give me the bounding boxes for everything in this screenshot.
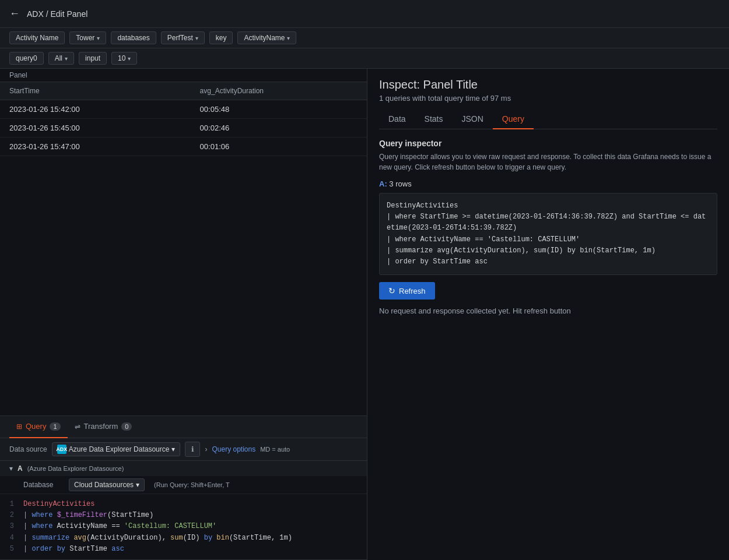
filter-chip-key[interactable]: key [209, 31, 233, 44]
chevron-down-icon: ▾ [287, 35, 290, 41]
filter-chip-all[interactable]: All ▾ [48, 52, 74, 65]
result-rows-count: 3 rows [389, 179, 411, 188]
code-line-5: 5 | order by StartTime asc [0, 544, 358, 555]
query-tab-icon: ⊞ [16, 422, 22, 431]
db-value: Cloud Datasources [74, 481, 134, 489]
filter-label: All [55, 54, 62, 62]
filter-chip-query0[interactable]: query0 [9, 52, 44, 65]
table-row: 2023-01-26 15:47:00 00:01:06 [0, 138, 367, 156]
cell-starttime: 2023-01-26 15:47:00 [0, 138, 191, 156]
chevron-down-icon: ▾ [65, 55, 68, 62]
code-line-4: 4 | summarize avg(ActivityDuration), sum… [0, 533, 358, 544]
tab-transform[interactable]: ⇌ Transform 0 [68, 416, 139, 438]
filter-label: ActivityName [244, 34, 285, 42]
query-section-label: A [17, 464, 23, 473]
filter-bar-row2: query0 All ▾ input 10 ▾ [0, 48, 729, 69]
data-table: StartTime avg_ActivityDuration 2023-01-2… [0, 82, 367, 415]
code-content: | where ActivityName == 'Castellum: CAST… [23, 521, 216, 532]
datasource-name: Azure Data Explorer Datasource [69, 445, 170, 453]
filter-label: Tower [76, 34, 94, 42]
back-arrow-icon: ← [9, 8, 20, 20]
code-content: | summarize avg(ActivityDuration), sum(I… [23, 533, 292, 544]
code-content: | where $_timeFilter(StartTime) [23, 510, 153, 521]
chevron-down-icon: ▾ [171, 445, 175, 453]
chevron-down-icon: ▾ [136, 481, 139, 489]
code-editor[interactable]: 1 DestinyActivities 2 | where $_timeFilt… [0, 494, 367, 559]
line-num: 4 [0, 533, 23, 544]
main-content: Panel StartTime avg_ActivityDuration 202… [0, 69, 729, 560]
breadcrumb: ADX / Edit Panel [27, 9, 87, 19]
code-line-2: 2 | where $_timeFilter(StartTime) [0, 510, 358, 521]
chevron-down-icon: ▾ [128, 55, 131, 62]
filter-chip-perf-test[interactable]: PerfTest ▾ [161, 31, 205, 44]
inspector-header: Inspect: Panel Title 1 queries with tota… [367, 69, 729, 129]
cell-starttime: 2023-01-26 15:45:00 [0, 119, 191, 138]
tab-label: Transform [84, 422, 118, 431]
cell-starttime: 2023-01-26 15:42:00 [0, 100, 191, 119]
col-header-avg-duration: avg_ActivityDuration [191, 82, 367, 100]
cell-duration: 00:05:48 [191, 100, 367, 119]
info-button[interactable]: ℹ [185, 442, 200, 457]
result-label-a: A: [379, 179, 387, 188]
transform-tab-icon: ⇌ [75, 422, 80, 431]
datasource-icon: ADX [57, 445, 66, 454]
db-row: Database Cloud Datasources ▾ (Run Query:… [0, 476, 367, 494]
tab-badge-transform: 0 [121, 422, 132, 431]
filter-label: input [85, 54, 100, 62]
filter-label: PerfTest [167, 34, 193, 42]
tab-query[interactable]: ⊞ Query 1 [9, 416, 68, 438]
chevron-down-icon: ▾ [195, 35, 198, 41]
refresh-icon: ↻ [388, 286, 395, 295]
query-options-button[interactable]: Query options [212, 445, 255, 453]
filter-bar: Activity Name Tower ▾ databases PerfTest… [0, 28, 729, 48]
inspector-tab-data[interactable]: Data [379, 110, 415, 129]
filter-chip-input[interactable]: input [79, 52, 107, 65]
datasource-select[interactable]: ADX Azure Data Explorer Datasource ▾ [52, 442, 181, 456]
panel-title: Panel [0, 69, 367, 82]
filter-chip-activity-name-2[interactable]: ActivityName ▾ [237, 31, 296, 44]
filter-label: 10 [118, 54, 125, 62]
tab-label: Query [26, 422, 46, 431]
back-button[interactable]: ← [9, 8, 20, 20]
cell-duration: 00:01:06 [191, 138, 367, 156]
code-line-1: 1 DestinyActivities [0, 499, 358, 510]
filter-chip-activity-name[interactable]: Activity Name [9, 31, 65, 44]
inspector-tab-query[interactable]: Query [493, 110, 534, 129]
query-code-block: DestinyActivities | where StartTime >= d… [379, 193, 717, 275]
db-label: Database [23, 481, 64, 489]
filter-label: query0 [16, 54, 37, 62]
run-hint: (Run Query: Shift+Enter, T [154, 481, 230, 488]
cell-duration: 00:02:46 [191, 119, 367, 138]
collapse-icon[interactable]: ▾ [9, 464, 13, 473]
left-panel: Panel StartTime avg_ActivityDuration 202… [0, 69, 367, 560]
refresh-button[interactable]: ↻ Refresh [379, 282, 435, 300]
editor-tabs: ⊞ Query 1 ⇌ Transform 0 [0, 416, 367, 438]
datasource-row: Data source ADX Azure Data Explorer Data… [0, 438, 367, 461]
filter-chip-databases[interactable]: databases [111, 31, 156, 44]
query-result-label: A: 3 rows [379, 179, 717, 188]
filter-chip-num10[interactable]: 10 ▾ [111, 52, 137, 65]
query-inspector-desc: Query inspector allows you to view raw r… [379, 152, 717, 172]
filter-chip-tower[interactable]: Tower ▾ [69, 31, 106, 44]
bottom-editor: ⊞ Query 1 ⇌ Transform 0 Data source ADX … [0, 415, 367, 560]
inspector-title: Inspect: Panel Title [379, 78, 717, 91]
inspector-tabs: Data Stats JSON Query [379, 110, 717, 129]
datasource-label: Data source [9, 445, 47, 453]
refresh-label: Refresh [399, 287, 426, 295]
code-content: | order by StartTime asc [23, 544, 124, 555]
expand-icon[interactable]: › [205, 445, 207, 453]
table-row: 2023-01-26 15:45:00 00:02:46 [0, 119, 367, 138]
no-data-message: No request and response collected yet. H… [379, 307, 717, 315]
chevron-down-icon: ▾ [97, 35, 100, 41]
line-num: 5 [0, 544, 23, 555]
query-datasource-sub: (Azure Data Explorer Datasource) [27, 465, 124, 472]
inspector-tab-stats[interactable]: Stats [415, 110, 453, 129]
db-select[interactable]: Cloud Datasources ▾ [69, 478, 145, 491]
top-nav: ← ADX / Edit Panel [0, 0, 729, 28]
line-num: 2 [0, 510, 23, 521]
table-row: 2023-01-26 15:42:00 00:05:48 [0, 100, 367, 119]
inspector-tab-json[interactable]: JSON [452, 110, 492, 129]
code-line-3: 3 | where ActivityName == 'Castellum: CA… [0, 521, 358, 532]
query-inspector-title: Query inspector [379, 139, 717, 148]
md-auto-label: MD = auto [260, 446, 290, 453]
